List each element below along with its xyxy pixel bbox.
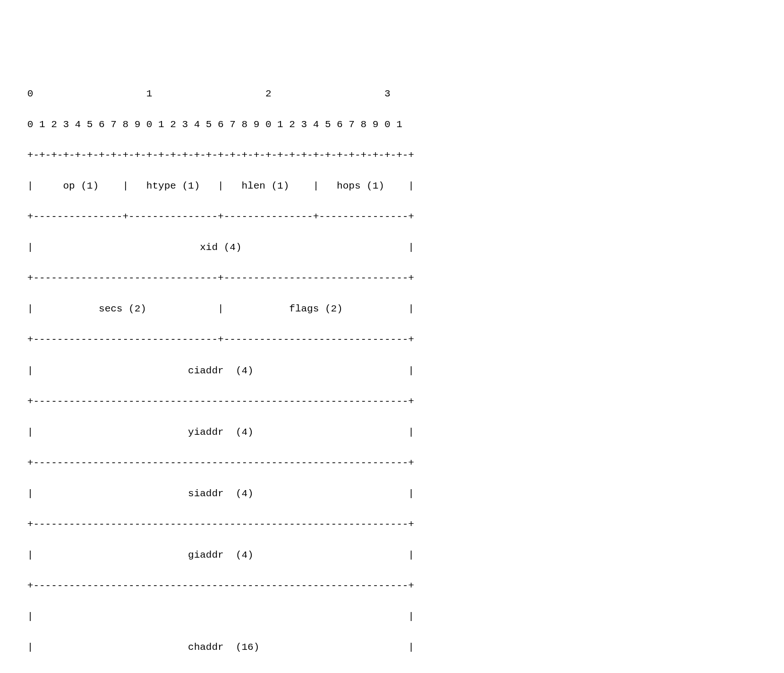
border-top: +-+-+-+-+-+-+-+-+-+-+-+-+-+-+-+-+-+-+-+-… bbox=[9, 150, 414, 161]
border-full: +---------------------------------------… bbox=[9, 396, 414, 407]
ruler-tens: 0 1 2 3 bbox=[9, 88, 391, 99]
row-chaddr: | chaddr (16) | bbox=[9, 642, 414, 653]
border-half: +-------------------------------+-------… bbox=[9, 334, 414, 345]
border-full: +---------------------------------------… bbox=[9, 519, 414, 530]
row-siaddr: | siaddr (4) | bbox=[9, 488, 414, 499]
row-ciaddr: | ciaddr (4) | bbox=[9, 365, 414, 376]
border-full: +---------------------------------------… bbox=[9, 580, 414, 591]
border-quad: +---------------+---------------+-------… bbox=[9, 211, 414, 222]
border-half: +-------------------------------+-------… bbox=[9, 273, 414, 284]
packet-format-diagram: 0 1 2 3 0 1 2 3 4 5 6 7 8 9 0 1 2 3 4 5 … bbox=[9, 71, 414, 673]
row-chaddr-pad: | | bbox=[9, 611, 414, 622]
row-op-htype-hlen-hops: | op (1) | htype (1) | hlen (1) | hops (… bbox=[9, 181, 414, 191]
border-full: +---------------------------------------… bbox=[9, 457, 414, 468]
row-secs-flags: | secs (2) | flags (2) | bbox=[9, 303, 414, 314]
ruler-ones: 0 1 2 3 4 5 6 7 8 9 0 1 2 3 4 5 6 7 8 9 … bbox=[9, 119, 402, 130]
row-xid: | xid (4) | bbox=[9, 242, 414, 253]
row-giaddr: | giaddr (4) | bbox=[9, 550, 414, 561]
row-yiaddr: | yiaddr (4) | bbox=[9, 427, 414, 438]
